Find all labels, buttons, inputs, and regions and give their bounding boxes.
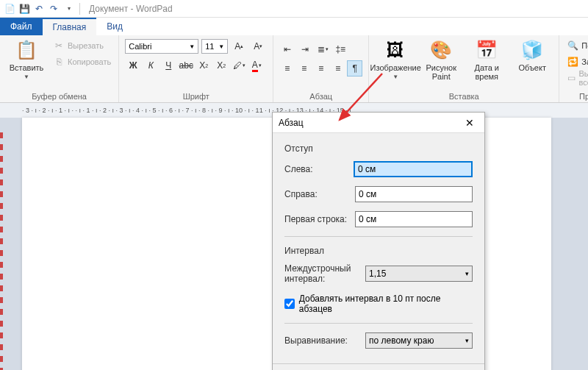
copy-button[interactable]: ⎘ Копировать	[51, 54, 112, 69]
image-icon: 🖼	[384, 38, 407, 62]
highlight-button[interactable]: 🖊▾	[231, 57, 247, 74]
tab-view[interactable]: Вид	[96, 18, 133, 35]
dialog-title-text: Абзац	[279, 118, 304, 128]
align-value: по левому краю	[369, 335, 434, 346]
insert-object-button[interactable]: 🧊 Объект	[512, 38, 553, 72]
align-select[interactable]: по левому краю ▾	[365, 332, 473, 349]
add-space-checkbox[interactable]	[284, 299, 295, 309]
window-title: Документ - WordPad	[89, 4, 173, 14]
replace-icon: 🔁	[567, 56, 578, 68]
redo-icon[interactable]: ↷	[47, 2, 60, 15]
align-label: Выравнивание:	[284, 335, 365, 346]
font-size-value: 11	[205, 42, 214, 51]
insert-image-button[interactable]: 🖼 Изображение ▼	[375, 38, 416, 80]
find-button[interactable]: 🔍 Поиск	[565, 38, 588, 53]
insert-date-label: Дата и время	[466, 63, 507, 81]
find-label: Поиск	[581, 41, 588, 50]
paste-label: Вставить	[10, 63, 44, 72]
indent-left-input[interactable]	[354, 161, 473, 177]
chevron-down-icon: ▼	[392, 74, 398, 80]
group-clipboard: 📋 Вставить ▼ ✂ Вырезать ⎘ Копировать Буф…	[0, 35, 119, 102]
close-icon[interactable]: ✕	[461, 115, 478, 130]
group-editing: 🔍 Поиск 🔁 Замена ▭ Выделить все Правка	[559, 35, 588, 102]
object-icon: 🧊	[520, 38, 544, 62]
indent-section-label: Отступ	[284, 143, 473, 154]
insert-paint-label: Рисунок Paint	[420, 63, 462, 81]
save-icon[interactable]: 💾	[18, 2, 31, 15]
font-size-select[interactable]: 11 ▼	[201, 39, 228, 54]
indent-right-label: Справа:	[284, 189, 355, 199]
indent-right-input[interactable]	[355, 186, 473, 202]
insert-date-button[interactable]: 📅 Дата и время	[466, 38, 507, 81]
indent-left-label: Слева:	[284, 164, 354, 174]
group-label-clipboard: Буфер обмена	[6, 90, 112, 101]
indent-first-input[interactable]	[355, 211, 473, 227]
search-icon: 🔍	[567, 40, 578, 51]
strike-button[interactable]: abc	[178, 57, 194, 74]
ribbon: 📋 Вставить ▼ ✂ Вырезать ⎘ Копировать Буф…	[0, 35, 588, 103]
cut-label: Вырезать	[68, 41, 104, 50]
paint-icon: 🎨	[429, 38, 453, 62]
titlebar: 📄 💾 ↶ ↷ Документ - WordPad	[0, 0, 588, 18]
superscript-button[interactable]: X2	[213, 57, 229, 74]
increase-indent-icon[interactable]: ⇥	[297, 41, 313, 57]
paste-icon: 📋	[15, 38, 38, 62]
select-all-icon: ▭	[567, 72, 576, 84]
chevron-down-icon: ▼	[218, 43, 224, 50]
cut-icon: ✂	[53, 40, 65, 51]
align-right-icon[interactable]: ≡	[313, 60, 329, 77]
indent-first-label: Первая строка:	[284, 214, 355, 224]
chevron-down-icon: ▾	[465, 337, 469, 344]
replace-button[interactable]: 🔁 Замена	[565, 54, 588, 69]
bold-button[interactable]: Ж	[125, 57, 141, 74]
cut-button[interactable]: ✂ Вырезать	[51, 38, 112, 53]
tab-file[interactable]: Файл	[0, 18, 43, 35]
line-spacing-value: 1,15	[369, 268, 386, 279]
group-label-editing: Правка	[565, 90, 588, 101]
font-name-value: Calibri	[129, 42, 151, 51]
font-color-button[interactable]: A▾	[248, 57, 265, 74]
group-label-font: Шрифт	[125, 90, 267, 101]
calendar-icon: 📅	[475, 38, 498, 62]
shrink-font-icon[interactable]: A▾	[250, 38, 266, 54]
grow-font-icon[interactable]: A▴	[231, 38, 247, 54]
group-label-paragraph: Абзац	[279, 90, 362, 101]
paragraph-dialog-icon[interactable]: ¶	[347, 60, 362, 77]
decrease-indent-icon[interactable]: ⇤	[279, 41, 295, 57]
select-all-button[interactable]: ▭ Выделить все	[565, 71, 588, 85]
divider	[284, 323, 473, 324]
copy-label: Копировать	[68, 57, 111, 66]
italic-button[interactable]: К	[143, 57, 159, 74]
insert-image-label: Изображение	[370, 63, 421, 72]
align-left-icon[interactable]: ≡	[279, 60, 295, 77]
undo-icon[interactable]: ↶	[32, 2, 46, 15]
replace-label: Замена	[581, 57, 588, 66]
separator	[79, 3, 80, 15]
line-spacing-select[interactable]: 1,15 ▾	[365, 266, 473, 282]
tab-home[interactable]: Главная	[43, 18, 97, 35]
insert-object-label: Объект	[519, 63, 546, 72]
line-spacing-icon[interactable]: ‡≡	[332, 41, 348, 57]
group-label-insert: Вставка	[375, 90, 553, 101]
app-icon: 📄	[3, 2, 16, 15]
ribbon-tabs: Файл Главная Вид	[0, 18, 588, 35]
dialog-titlebar[interactable]: Абзац ✕	[273, 113, 484, 133]
group-insert: 🖼 Изображение ▼ 🎨 Рисунок Paint 📅 Дата и…	[369, 35, 559, 102]
group-font: Calibri ▼ 11 ▼ A▴ A▾ Ж К Ч abc X2 X2 🖊▾ …	[119, 35, 273, 102]
paste-button[interactable]: 📋 Вставить ▼	[6, 38, 47, 80]
font-name-select[interactable]: Calibri ▼	[125, 39, 198, 54]
align-justify-icon[interactable]: ≡	[330, 60, 345, 77]
bullets-icon[interactable]: ≣▾	[315, 41, 331, 57]
select-all-label: Выделить все	[578, 69, 588, 87]
subscript-button[interactable]: X2	[196, 57, 212, 74]
chevron-down-icon: ▼	[24, 74, 29, 80]
chevron-down-icon: ▼	[189, 43, 195, 50]
underline-button[interactable]: Ч	[160, 57, 176, 74]
quick-access-toolbar: 📄 💾 ↶ ↷	[3, 2, 75, 15]
insert-paint-button[interactable]: 🎨 Рисунок Paint	[420, 38, 462, 81]
add-space-label: Добавлять интервал в 10 пт после абзацев	[299, 293, 473, 314]
align-center-icon[interactable]: ≡	[296, 60, 312, 77]
qat-customize-icon[interactable]	[62, 2, 75, 15]
copy-icon: ⎘	[53, 56, 65, 68]
divider	[284, 236, 473, 237]
